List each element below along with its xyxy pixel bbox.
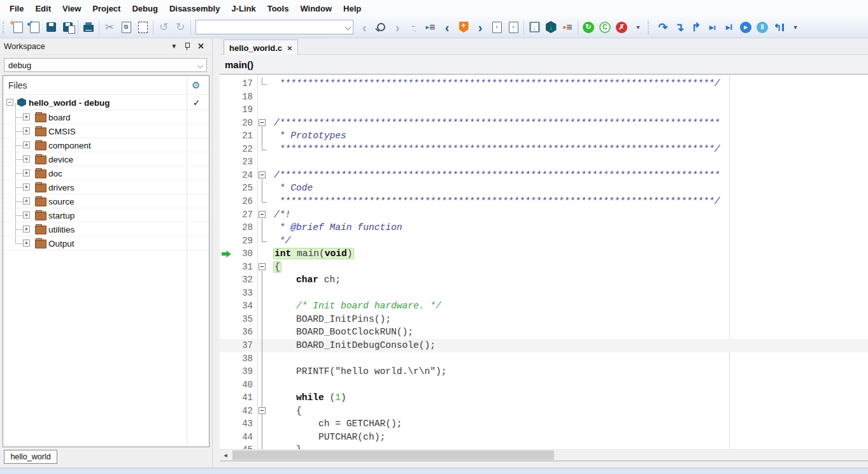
- code-line-29[interactable]: 29 */: [220, 234, 868, 248]
- tree-item-project-root[interactable]: −hello_world - debug✓: [3, 95, 209, 110]
- run-to-cursor-icon[interactable]: ▸I: [721, 19, 737, 36]
- next-statement-icon[interactable]: ▸ı: [704, 19, 721, 36]
- code-line-21[interactable]: 21 * Prototypes: [220, 129, 868, 143]
- paste-icon[interactable]: [134, 19, 151, 36]
- menu-debug[interactable]: Debug: [126, 1, 163, 16]
- workspace-bottom-tab[interactable]: hello_world: [4, 450, 57, 464]
- menu-disassembly[interactable]: Disassembly: [164, 1, 226, 16]
- menu-tools[interactable]: Tools: [262, 1, 295, 16]
- function-list-icon[interactable]: ▸≡: [422, 19, 439, 36]
- code-line-19[interactable]: 19: [220, 103, 868, 117]
- previous-bookmark-icon[interactable]: ‹: [439, 19, 455, 36]
- go-to-definition-icon[interactable]: ←→: [406, 19, 422, 36]
- editor-tab[interactable]: hello_world.c ×: [224, 40, 298, 55]
- navigate-back-icon[interactable]: ‹: [356, 19, 373, 36]
- toggle-bookmark-icon[interactable]: +: [455, 19, 472, 36]
- code-line-22[interactable]: 22 *************************************…: [220, 143, 868, 156]
- gear-icon[interactable]: ⚙: [192, 80, 200, 91]
- menu-file[interactable]: File: [4, 1, 29, 16]
- expand-icon[interactable]: +: [23, 155, 30, 162]
- code-line-28[interactable]: 28 * @brief Main function: [220, 221, 868, 234]
- code-line-36[interactable]: 36 BOARD_BootClockRUN();: [220, 326, 868, 339]
- copy-icon[interactable]: ⧉: [118, 19, 134, 36]
- find-combo[interactable]: [193, 19, 356, 36]
- download-and-debug-icon[interactable]: ↓: [543, 19, 559, 36]
- pin-icon[interactable]: [185, 43, 190, 50]
- expand-icon[interactable]: +: [23, 212, 30, 219]
- next-bookmark-icon[interactable]: ›: [472, 19, 488, 36]
- code-area[interactable]: 17 *************************************…: [220, 75, 868, 449]
- disassembly-window-icon[interactable]: ●≡: [559, 19, 576, 36]
- stop-build-icon[interactable]: ✗: [613, 19, 630, 36]
- code-line-38[interactable]: 38: [220, 352, 868, 366]
- code-line-25[interactable]: 25 * Code: [220, 182, 868, 195]
- step-into-icon[interactable]: ↴: [671, 19, 688, 36]
- menu-project[interactable]: Project: [87, 1, 126, 16]
- menu-help[interactable]: Help: [338, 1, 367, 16]
- expand-icon[interactable]: +: [23, 240, 30, 247]
- new-document-icon[interactable]: +: [10, 19, 26, 36]
- configuration-dropdown[interactable]: debug: [4, 58, 207, 72]
- expand-icon[interactable]: +: [23, 127, 30, 134]
- reset-icon[interactable]: ↻: [580, 19, 597, 36]
- stop-debugging-icon[interactable]: ↰: [771, 19, 787, 36]
- fold-collapse-icon[interactable]: [259, 263, 266, 270]
- redo-icon[interactable]: ↻: [172, 19, 189, 36]
- expand-icon[interactable]: +: [23, 113, 30, 120]
- code-line-43[interactable]: 43 ch = GETCHAR();: [220, 417, 868, 431]
- reset-halt-icon[interactable]: C: [597, 19, 613, 36]
- cut-icon[interactable]: ✂: [101, 19, 118, 36]
- files-column-header[interactable]: Files⚙: [3, 76, 209, 95]
- menu-window[interactable]: Window: [294, 1, 338, 16]
- menu-jlink[interactable]: J-Link: [225, 1, 261, 16]
- code-line-34[interactable]: 34 /* Init board hardware. */: [220, 299, 868, 313]
- tree-item-doc[interactable]: +doc: [3, 166, 209, 180]
- fold-collapse-icon[interactable]: [259, 119, 266, 126]
- code-line-26[interactable]: 26 *************************************…: [220, 195, 868, 208]
- tree-item-startup[interactable]: +startup: [3, 208, 209, 222]
- code-line-18[interactable]: 18: [220, 90, 868, 104]
- download-application-icon[interactable]: ↓: [526, 19, 543, 36]
- collapse-icon[interactable]: −: [6, 99, 13, 106]
- code-line-17[interactable]: 17 *************************************…: [220, 77, 868, 90]
- print-icon[interactable]: [80, 19, 97, 36]
- function-navigation-bar[interactable]: main(): [220, 55, 868, 75]
- code-line-30[interactable]: 30int main(void): [220, 247, 868, 261]
- code-line-33[interactable]: 33: [220, 287, 868, 300]
- scroll-left-arrow-icon[interactable]: ◂: [220, 450, 231, 461]
- expand-icon[interactable]: +: [23, 169, 30, 176]
- code-line-35[interactable]: 35 BOARD_InitPins();: [220, 313, 868, 326]
- fold-collapse-icon[interactable]: [259, 171, 266, 178]
- tree-item-utilities[interactable]: +utilities: [3, 222, 209, 236]
- break-icon[interactable]: ‖: [754, 19, 771, 36]
- code-line-44[interactable]: 44 PUTCHAR(ch);: [220, 431, 868, 444]
- code-line-37[interactable]: 37 BOARD_InitDebugConsole();: [220, 339, 868, 352]
- close-icon[interactable]: ✕: [197, 41, 204, 51]
- code-line-23[interactable]: 23: [220, 155, 868, 169]
- code-line-27[interactable]: 27/*!: [220, 208, 868, 222]
- find-icon[interactable]: [373, 19, 389, 36]
- tree-item-source[interactable]: +source: [3, 194, 209, 208]
- code-line-42[interactable]: 42 {: [220, 405, 868, 418]
- code-line-31[interactable]: 31{: [220, 261, 868, 274]
- horizontal-scrollbar[interactable]: ◂: [220, 449, 868, 461]
- tree-item-device[interactable]: +device: [3, 152, 209, 166]
- menu-view[interactable]: View: [57, 1, 87, 16]
- toolbar-overflow-icon[interactable]: ▾: [630, 19, 646, 36]
- step-out-icon[interactable]: ↱: [688, 19, 704, 36]
- more-options-icon[interactable]: ▾: [787, 19, 804, 36]
- code-line-40[interactable]: 40: [220, 378, 868, 392]
- code-line-24[interactable]: 24/*************************************…: [220, 169, 868, 182]
- open-document-icon[interactable]: ↙: [26, 19, 43, 36]
- tree-item-board[interactable]: +board: [3, 110, 209, 124]
- expand-icon[interactable]: +: [23, 183, 30, 190]
- tree-item-output[interactable]: +Output: [3, 236, 209, 250]
- go-icon[interactable]: ▸: [737, 19, 754, 36]
- tree-item-drivers[interactable]: +drivers: [3, 180, 209, 194]
- fold-collapse-icon[interactable]: [259, 211, 266, 218]
- previous-bookmark-in-document-icon[interactable]: ‹: [488, 19, 505, 36]
- close-tab-icon[interactable]: ×: [287, 43, 292, 53]
- code-line-45[interactable]: 45 }: [220, 443, 868, 449]
- save-all-icon[interactable]: [59, 19, 76, 36]
- next-bookmark-in-document-icon[interactable]: ›: [505, 19, 522, 36]
